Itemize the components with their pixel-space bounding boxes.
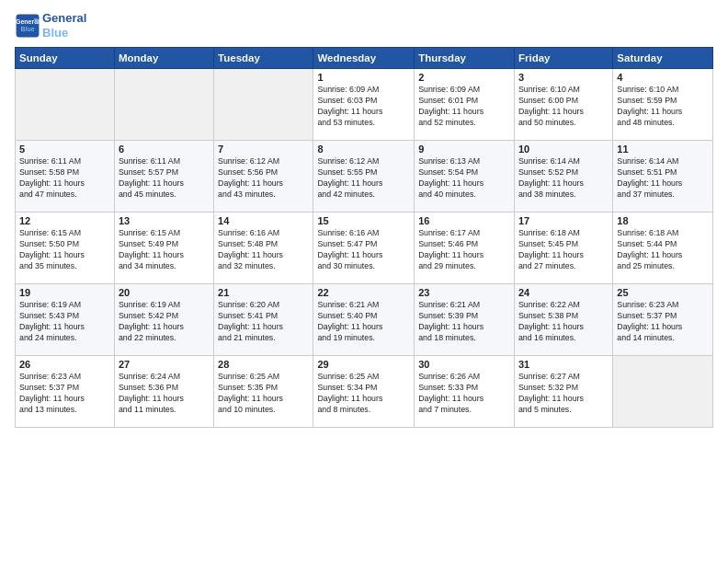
page-container: General Blue GeneralBlue SundayMondayTue…: [0, 0, 728, 437]
day-info: Sunrise: 6:15 AM Sunset: 5:50 PM Dayligh…: [19, 228, 110, 272]
day-number: 4: [617, 72, 709, 83]
day-info: Sunrise: 6:19 AM Sunset: 5:42 PM Dayligh…: [119, 300, 210, 344]
day-info: Sunrise: 6:10 AM Sunset: 5:59 PM Dayligh…: [617, 85, 709, 129]
day-number: 9: [418, 144, 510, 155]
day-info: Sunrise: 6:24 AM Sunset: 5:36 PM Dayligh…: [119, 372, 210, 416]
day-number: 2: [418, 72, 510, 83]
day-number: 23: [418, 287, 510, 298]
day-info: Sunrise: 6:14 AM Sunset: 5:52 PM Dayligh…: [518, 156, 609, 201]
calendar-cell: 21Sunrise: 6:20 AM Sunset: 5:41 PM Dayli…: [214, 284, 313, 356]
day-number: 22: [317, 287, 410, 298]
day-number: 20: [119, 287, 210, 298]
day-info: Sunrise: 6:12 AM Sunset: 5:56 PM Dayligh…: [218, 156, 309, 201]
day-number: 5: [19, 144, 110, 155]
day-number: 18: [617, 215, 709, 226]
calendar-cell: [613, 356, 713, 428]
day-info: Sunrise: 6:22 AM Sunset: 5:38 PM Dayligh…: [518, 300, 609, 344]
calendar-cell: 8Sunrise: 6:12 AM Sunset: 5:55 PM Daylig…: [313, 141, 415, 213]
day-number: 14: [218, 215, 309, 226]
day-number: 21: [218, 287, 309, 298]
day-number: 29: [317, 359, 410, 370]
day-number: 31: [518, 359, 609, 370]
day-info: Sunrise: 6:19 AM Sunset: 5:43 PM Dayligh…: [19, 300, 110, 344]
header: General Blue GeneralBlue: [15, 11, 713, 40]
day-info: Sunrise: 6:11 AM Sunset: 5:57 PM Dayligh…: [119, 156, 210, 201]
calendar-cell: 6Sunrise: 6:11 AM Sunset: 5:57 PM Daylig…: [114, 141, 213, 213]
day-number: 15: [317, 215, 410, 226]
day-number: 16: [418, 215, 510, 226]
calendar-week-2: 5Sunrise: 6:11 AM Sunset: 5:58 PM Daylig…: [16, 141, 713, 213]
day-info: Sunrise: 6:27 AM Sunset: 5:32 PM Dayligh…: [518, 372, 609, 416]
logo-text: GeneralBlue: [42, 11, 86, 40]
day-info: Sunrise: 6:16 AM Sunset: 5:47 PM Dayligh…: [317, 228, 410, 272]
calendar-cell: 12Sunrise: 6:15 AM Sunset: 5:50 PM Dayli…: [16, 213, 115, 284]
day-info: Sunrise: 6:26 AM Sunset: 5:33 PM Dayligh…: [418, 372, 510, 416]
weekday-header-monday: Monday: [114, 48, 213, 69]
day-number: 1: [317, 72, 410, 83]
day-info: Sunrise: 6:09 AM Sunset: 6:03 PM Dayligh…: [317, 85, 410, 129]
day-info: Sunrise: 6:11 AM Sunset: 5:58 PM Dayligh…: [19, 156, 110, 201]
calendar-cell: 14Sunrise: 6:16 AM Sunset: 5:48 PM Dayli…: [214, 213, 313, 284]
calendar-cell: 13Sunrise: 6:15 AM Sunset: 5:49 PM Dayli…: [114, 213, 213, 284]
day-info: Sunrise: 6:15 AM Sunset: 5:49 PM Dayligh…: [119, 228, 210, 272]
calendar-cell: 5Sunrise: 6:11 AM Sunset: 5:58 PM Daylig…: [16, 141, 115, 213]
day-info: Sunrise: 6:13 AM Sunset: 5:54 PM Dayligh…: [418, 156, 510, 201]
calendar-cell: 1Sunrise: 6:09 AM Sunset: 6:03 PM Daylig…: [313, 69, 415, 141]
calendar-cell: 19Sunrise: 6:19 AM Sunset: 5:43 PM Dayli…: [16, 284, 115, 356]
calendar-cell: 15Sunrise: 6:16 AM Sunset: 5:47 PM Dayli…: [313, 213, 415, 284]
weekday-header-sunday: Sunday: [16, 48, 115, 69]
svg-text:Blue: Blue: [20, 26, 34, 32]
day-info: Sunrise: 6:14 AM Sunset: 5:51 PM Dayligh…: [617, 156, 709, 201]
day-number: 28: [218, 359, 309, 370]
day-number: 11: [617, 144, 709, 155]
day-number: 27: [119, 359, 210, 370]
calendar-cell: 24Sunrise: 6:22 AM Sunset: 5:38 PM Dayli…: [514, 284, 612, 356]
weekday-header-thursday: Thursday: [415, 48, 515, 69]
calendar-cell: 30Sunrise: 6:26 AM Sunset: 5:33 PM Dayli…: [415, 356, 515, 428]
day-info: Sunrise: 6:09 AM Sunset: 6:01 PM Dayligh…: [418, 85, 510, 129]
calendar-cell: 23Sunrise: 6:21 AM Sunset: 5:39 PM Dayli…: [415, 284, 515, 356]
calendar-cell: 26Sunrise: 6:23 AM Sunset: 5:37 PM Dayli…: [16, 356, 115, 428]
calendar-cell: 9Sunrise: 6:13 AM Sunset: 5:54 PM Daylig…: [415, 141, 515, 213]
calendar-cell: 20Sunrise: 6:19 AM Sunset: 5:42 PM Dayli…: [114, 284, 213, 356]
calendar-cell: 18Sunrise: 6:18 AM Sunset: 5:44 PM Dayli…: [613, 213, 713, 284]
day-number: 25: [617, 287, 709, 298]
day-number: 7: [218, 144, 309, 155]
calendar-week-5: 26Sunrise: 6:23 AM Sunset: 5:37 PM Dayli…: [16, 356, 713, 428]
calendar-cell: 28Sunrise: 6:25 AM Sunset: 5:35 PM Dayli…: [214, 356, 313, 428]
weekday-header-friday: Friday: [514, 48, 612, 69]
day-info: Sunrise: 6:18 AM Sunset: 5:45 PM Dayligh…: [518, 228, 609, 272]
logo: General Blue GeneralBlue: [15, 11, 86, 40]
day-info: Sunrise: 6:20 AM Sunset: 5:41 PM Dayligh…: [218, 300, 309, 344]
weekday-header-row: SundayMondayTuesdayWednesdayThursdayFrid…: [16, 48, 713, 69]
calendar-week-1: 1Sunrise: 6:09 AM Sunset: 6:03 PM Daylig…: [16, 69, 713, 141]
day-info: Sunrise: 6:21 AM Sunset: 5:39 PM Dayligh…: [418, 300, 510, 344]
day-number: 24: [518, 287, 609, 298]
calendar-cell: 27Sunrise: 6:24 AM Sunset: 5:36 PM Dayli…: [114, 356, 213, 428]
day-info: Sunrise: 6:23 AM Sunset: 5:37 PM Dayligh…: [19, 372, 110, 416]
day-number: 12: [19, 215, 110, 226]
day-number: 3: [518, 72, 609, 83]
day-info: Sunrise: 6:25 AM Sunset: 5:34 PM Dayligh…: [317, 372, 410, 416]
calendar-cell: [16, 69, 115, 141]
calendar-week-4: 19Sunrise: 6:19 AM Sunset: 5:43 PM Dayli…: [16, 284, 713, 356]
day-info: Sunrise: 6:23 AM Sunset: 5:37 PM Dayligh…: [617, 300, 709, 344]
day-number: 13: [119, 215, 210, 226]
weekday-header-tuesday: Tuesday: [214, 48, 313, 69]
calendar-cell: 11Sunrise: 6:14 AM Sunset: 5:51 PM Dayli…: [613, 141, 713, 213]
day-number: 19: [19, 287, 110, 298]
day-info: Sunrise: 6:10 AM Sunset: 6:00 PM Dayligh…: [518, 85, 609, 129]
calendar-cell: 4Sunrise: 6:10 AM Sunset: 5:59 PM Daylig…: [613, 69, 713, 141]
calendar-week-3: 12Sunrise: 6:15 AM Sunset: 5:50 PM Dayli…: [16, 213, 713, 284]
day-number: 10: [518, 144, 609, 155]
day-number: 26: [19, 359, 110, 370]
calendar-cell: 2Sunrise: 6:09 AM Sunset: 6:01 PM Daylig…: [415, 69, 515, 141]
logo-icon: General Blue: [15, 13, 40, 39]
day-number: 30: [418, 359, 510, 370]
calendar-cell: 29Sunrise: 6:25 AM Sunset: 5:34 PM Dayli…: [313, 356, 415, 428]
calendar-cell: 25Sunrise: 6:23 AM Sunset: 5:37 PM Dayli…: [613, 284, 713, 356]
calendar-cell: 3Sunrise: 6:10 AM Sunset: 6:00 PM Daylig…: [514, 69, 612, 141]
calendar-cell: 22Sunrise: 6:21 AM Sunset: 5:40 PM Dayli…: [313, 284, 415, 356]
calendar-cell: [214, 69, 313, 141]
day-info: Sunrise: 6:12 AM Sunset: 5:55 PM Dayligh…: [317, 156, 410, 201]
